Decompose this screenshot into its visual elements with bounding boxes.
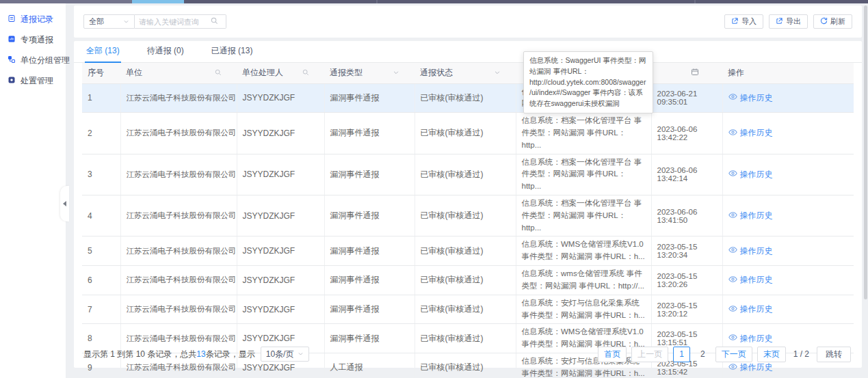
last-page-button[interactable]: 末页: [757, 347, 786, 362]
toolbar: 全部 导入 导出 刷新: [74, 5, 862, 38]
table-row[interactable]: 7 江苏云涌电子科技股份有限公司 JSYYDZKJGF 漏洞事件通报 已审核(审…: [82, 295, 854, 324]
row-action: 操作历史: [722, 83, 854, 113]
sidebar-item-disposal[interactable]: 处置管理: [0, 70, 66, 91]
search-icon[interactable]: [211, 17, 218, 27]
row-type: 漏洞事件通报: [324, 295, 415, 324]
history-link[interactable]: 操作历史: [728, 92, 773, 104]
col-unit: 单位: [120, 63, 237, 83]
history-link[interactable]: 操作历史: [728, 303, 773, 315]
tab-all[interactable]: 全部 (13): [85, 40, 121, 62]
jump-button[interactable]: 跳转: [817, 347, 851, 362]
history-link[interactable]: 操作历史: [728, 274, 773, 286]
row-seq: 4: [82, 195, 120, 237]
vertical-scrollbar[interactable]: [864, 5, 867, 299]
special-report-icon: [8, 35, 16, 45]
table-footer: 显示第 1 到第 10 条记录，总共13条记录，显示 10条/页 首页 上一页 …: [74, 340, 862, 368]
row-handler: JSYYDZKJGF: [237, 295, 324, 324]
tab-label: 待通报: [147, 46, 172, 55]
browser-tab-strip: [0, 0, 868, 3]
disposal-icon: [8, 76, 16, 86]
row-handler: JSYYDZKJGF: [237, 83, 324, 113]
row-status: 已审核(审核通过): [415, 154, 516, 195]
table-row[interactable]: 2 江苏云涌电子科技股份有限公司 JSYYDZKJGF 漏洞事件通报 已审核(审…: [82, 113, 854, 154]
keyword-search-input[interactable]: [139, 18, 211, 26]
export-button-label: 导出: [786, 16, 801, 27]
import-button-label: 导入: [741, 16, 757, 27]
table-row[interactable]: 3 江苏云涌电子科技股份有限公司 JSYYDZKJGF 漏洞事件通报 已审核(审…: [82, 154, 854, 195]
table-row[interactable]: 4 江苏云涌电子科技股份有限公司 JSYYDZKJGF 漏洞事件通报 已审核(审…: [82, 195, 854, 237]
eye-icon: [728, 92, 737, 103]
eye-icon: [728, 211, 737, 221]
row-seq: 3: [82, 154, 120, 195]
sidebar-item-special-report[interactable]: 专项通报: [0, 29, 66, 50]
row-handler: JSYYDZKJGF: [237, 237, 324, 266]
page-size-select[interactable]: 10条/页: [261, 347, 310, 362]
event-detail-tooltip: 信息系统：SwaggerUI 事件类型：网站漏洞 事件URL：http://cl…: [523, 51, 653, 113]
row-content: 信息系统：WMS仓储管理系统V1.0 事件类型：网站漏洞 事件URL：h...: [516, 237, 651, 266]
row-status: 已审核(审核通过): [415, 113, 516, 154]
page-indicator: 1 / 2: [791, 349, 812, 359]
history-link-label: 操作历史: [740, 127, 773, 139]
col-seq: 序号: [82, 63, 120, 83]
table-row[interactable]: 1 江苏云涌电子科技股份有限公司 JSYYDZKJGF 漏洞事件通报 已审核(审…: [82, 83, 854, 113]
calendar-icon[interactable]: [691, 68, 699, 78]
collapse-left-arrow-icon: [63, 201, 66, 206]
import-button[interactable]: 导入: [724, 14, 763, 29]
sidebar-item-unit-group[interactable]: 单位分组管理: [0, 50, 66, 70]
row-unit: 江苏云涌电子科技股份有限公司: [120, 266, 237, 295]
sidebar-collapse-handle[interactable]: [60, 186, 69, 221]
caret-down-icon[interactable]: [494, 68, 501, 78]
row-content: 信息系统：wms仓储管理系统 事件类型：网站漏洞 事件URL：http://..…: [516, 266, 651, 295]
col-status: 通报状态: [415, 63, 516, 83]
row-type: 漏洞事件通报: [324, 113, 415, 154]
history-link-label: 操作历史: [740, 245, 773, 257]
row-unit: 江苏云涌电子科技股份有限公司: [120, 195, 237, 237]
notify-record-icon: [8, 14, 16, 25]
tab-count: (13): [238, 46, 252, 55]
summary-count: 13: [196, 349, 205, 359]
prev-page-button[interactable]: 上一页: [631, 347, 668, 362]
history-link[interactable]: 操作历史: [728, 210, 773, 221]
first-page-button[interactable]: 首页: [598, 347, 627, 362]
eye-icon: [728, 245, 737, 256]
row-unit: 江苏云涌电子科技股份有限公司: [120, 295, 237, 324]
history-link[interactable]: 操作历史: [728, 169, 773, 180]
search-icon[interactable]: [302, 68, 309, 78]
record-summary: 显示第 1 到第 10 条记录，总共13条记录，显示 10条/页: [83, 347, 309, 362]
sidebar: 通报记录 专项通报 单位分组管理 处置管理: [0, 3, 66, 378]
row-content: 信息系统：安灯与信息化采集系统 事件类型：网站漏洞 事件URL：h...: [516, 295, 651, 324]
search-icon[interactable]: [215, 68, 222, 78]
filter-type-select[interactable]: 全部: [83, 14, 135, 29]
history-link[interactable]: 操作历史: [728, 127, 773, 139]
keyword-search-box: [135, 14, 226, 29]
row-time: 2023-05-15 13:20:34: [651, 237, 722, 266]
table-row[interactable]: 5 江苏云涌电子科技股份有限公司 JSYYDZKJGF 漏洞事件通报 已审核(审…: [82, 237, 854, 266]
row-status: 已审核(审核通过): [415, 237, 516, 266]
row-unit: 江苏云涌电子科技股份有限公司: [120, 237, 237, 266]
caret-down-icon[interactable]: [393, 68, 399, 78]
row-status: 已审核(审核通过): [415, 295, 516, 324]
export-button[interactable]: 导出: [769, 14, 808, 29]
table-row[interactable]: 6 江苏云涌电子科技股份有限公司 JSYYDZKJGF 漏洞事件通报 已审核(审…: [82, 266, 854, 295]
col-type: 通报类型: [324, 63, 415, 83]
chevron-down-icon: [123, 17, 129, 27]
history-link[interactable]: 操作历史: [728, 245, 773, 257]
tab-notified[interactable]: 已通报 (13): [210, 40, 254, 62]
row-unit: 江苏云涌电子科技股份有限公司: [120, 83, 237, 113]
tab-pending[interactable]: 待通报 (0): [146, 40, 185, 62]
row-seq: 6: [82, 266, 120, 295]
row-handler: JSYYDZKJGF: [237, 266, 324, 295]
row-time: 2023-06-06 13:42:22: [651, 113, 722, 154]
row-action: 操作历史: [722, 295, 854, 324]
row-unit: 江苏云涌电子科技股份有限公司: [120, 113, 237, 154]
page-button-2[interactable]: 2: [695, 349, 711, 359]
sidebar-item-notify-records[interactable]: 通报记录: [0, 9, 66, 29]
unit-group-icon: [8, 55, 16, 66]
page-button-1[interactable]: 1: [673, 347, 690, 362]
refresh-button[interactable]: 刷新: [813, 14, 852, 29]
next-page-button[interactable]: 下一页: [715, 347, 752, 362]
row-unit: 江苏云涌电子科技股份有限公司: [120, 154, 237, 195]
chevron-down-icon: [298, 349, 304, 359]
row-action: 操作历史: [722, 113, 854, 154]
row-action: 操作历史: [722, 195, 854, 237]
